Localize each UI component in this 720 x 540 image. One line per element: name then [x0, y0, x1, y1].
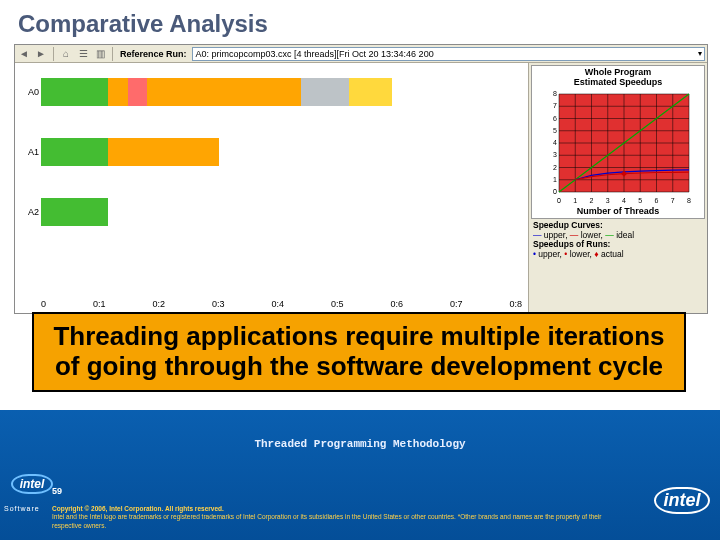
x-tick: 0:4: [271, 299, 284, 309]
row-track[interactable]: [41, 78, 522, 106]
copyright-block: Copyright © 2006, Intel Corporation. All…: [52, 505, 630, 530]
svg-text:8: 8: [553, 90, 557, 97]
slide-number: 59: [52, 486, 62, 496]
comparison-row: A1: [21, 129, 522, 175]
x-axis: 00:10:20:30:40:50:60:70:8: [41, 299, 522, 309]
intel-logo: intel: [654, 484, 710, 516]
slide-title: Comparative Analysis: [0, 0, 720, 42]
bar-segment: [108, 78, 127, 106]
svg-text:7: 7: [671, 197, 675, 204]
svg-text:2: 2: [590, 197, 594, 204]
back-icon[interactable]: ◄: [17, 47, 31, 61]
software-label: Software: [4, 505, 40, 512]
chart-title: Whole Program Estimated Speedups: [534, 68, 702, 88]
row-track[interactable]: [41, 138, 522, 166]
analysis-window: ◄ ► ⌂ ☰ ▥ Reference Run: A0: primcopcomp…: [14, 44, 708, 314]
x-tick: 0:6: [390, 299, 403, 309]
callout-text: Threading applications require multiple …: [44, 322, 674, 382]
bar-segment: [128, 78, 147, 106]
svg-text:3: 3: [553, 151, 557, 158]
x-tick: 0:8: [509, 299, 522, 309]
bar-segment: [41, 138, 108, 166]
reference-run-value: A0: primcopcomp03.cxc [4 threads][Fri Oc…: [196, 49, 434, 59]
copyright-line: Copyright © 2006, Intel Corporation. All…: [52, 505, 630, 513]
reference-run-label: Reference Run:: [118, 49, 189, 59]
x-tick: 0:5: [331, 299, 344, 309]
svg-text:2: 2: [553, 163, 557, 170]
x-tick: 0:1: [93, 299, 106, 309]
svg-text:5: 5: [553, 127, 557, 134]
speedup-chart-box: Whole Program Estimated Speedups 0011223…: [531, 65, 705, 219]
toolbar: ◄ ► ⌂ ☰ ▥ Reference Run: A0: primcopcomp…: [15, 45, 707, 63]
speedup-panel: Whole Program Estimated Speedups 0011223…: [529, 63, 707, 313]
chart-xlabel: Number of Threads: [534, 206, 702, 216]
row-label: A1: [21, 147, 41, 157]
separator: [112, 47, 113, 61]
svg-text:4: 4: [622, 197, 626, 204]
svg-text:1: 1: [553, 176, 557, 183]
svg-text:6: 6: [655, 197, 659, 204]
bar-segment: [147, 78, 301, 106]
comparison-row: A0: [21, 69, 522, 115]
comparison-bar-panel: A0A1A2 00:10:20:30:40:50:60:70:8: [15, 63, 529, 313]
callout-box: Threading applications require multiple …: [32, 312, 686, 392]
reference-run-select[interactable]: A0: primcopcomp03.cxc [4 threads][Fri Oc…: [192, 47, 705, 61]
tool-body: A0A1A2 00:10:20:30:40:50:60:70:8 Whole P…: [15, 63, 707, 313]
svg-text:5: 5: [638, 197, 642, 204]
svg-text:7: 7: [553, 102, 557, 109]
tree-icon[interactable]: ☰: [76, 47, 90, 61]
home-icon[interactable]: ⌂: [59, 47, 73, 61]
row-track[interactable]: [41, 198, 522, 226]
bar-segment: [349, 78, 392, 106]
svg-text:8: 8: [687, 197, 691, 204]
bar-segment: [41, 198, 108, 226]
svg-text:0: 0: [553, 188, 557, 195]
svg-text:3: 3: [606, 197, 610, 204]
bar-segment: [41, 78, 108, 106]
separator: [53, 47, 54, 61]
x-tick: 0:2: [152, 299, 165, 309]
trademark-line: Intel and the Intel logo are trademarks …: [52, 513, 630, 530]
methodology-label: Threaded Programming Methodology: [0, 410, 720, 450]
content-area: ◄ ► ⌂ ☰ ▥ Reference Run: A0: primcopcomp…: [18, 44, 702, 409]
row-label: A0: [21, 87, 41, 97]
chart-icon[interactable]: ▥: [93, 47, 107, 61]
bar-segment: [108, 138, 219, 166]
svg-text:0: 0: [557, 197, 561, 204]
comparison-row: A2: [21, 189, 522, 235]
speedup-plot: 001122334455667788: [543, 90, 693, 206]
x-tick: 0:7: [450, 299, 463, 309]
footer: Threaded Programming Methodology intel S…: [0, 410, 720, 540]
x-tick: 0: [41, 299, 46, 309]
x-tick: 0:3: [212, 299, 225, 309]
row-label: A2: [21, 207, 41, 217]
svg-text:1: 1: [573, 197, 577, 204]
svg-text:4: 4: [553, 139, 557, 146]
bar-segment: [301, 78, 349, 106]
forward-icon[interactable]: ►: [34, 47, 48, 61]
svg-text:6: 6: [553, 114, 557, 121]
speedup-caption: Speedup Curves: — upper, — lower, — idea…: [531, 219, 705, 260]
